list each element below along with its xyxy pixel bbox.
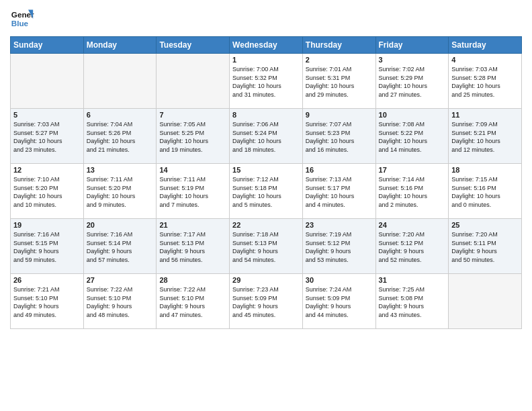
weekday-friday: Friday	[375, 37, 449, 54]
day-number: 5	[13, 111, 81, 119]
day-info: Sunrise: 7:11 AM Sunset: 5:20 PM Dayligh…	[87, 175, 154, 209]
calendar-cell: 22Sunrise: 7:18 AM Sunset: 5:13 PM Dayli…	[230, 219, 303, 274]
calendar-cell: 10Sunrise: 7:08 AM Sunset: 5:22 PM Dayli…	[375, 109, 449, 164]
day-info: Sunrise: 7:09 AM Sunset: 5:21 PM Dayligh…	[451, 120, 519, 154]
day-number: 26	[13, 276, 81, 284]
week-row-4: 26Sunrise: 7:21 AM Sunset: 5:10 PM Dayli…	[11, 274, 522, 329]
day-number: 29	[232, 276, 300, 284]
week-row-3: 19Sunrise: 7:16 AM Sunset: 5:15 PM Dayli…	[11, 219, 522, 274]
day-info: Sunrise: 7:16 AM Sunset: 5:15 PM Dayligh…	[13, 230, 81, 264]
weekday-header-row: SundayMondayTuesdayWednesdayThursdayFrid…	[11, 37, 522, 54]
header: General Blue	[10, 7, 522, 31]
day-number: 2	[306, 56, 373, 64]
weekday-thursday: Thursday	[302, 37, 375, 54]
calendar-cell: 16Sunrise: 7:13 AM Sunset: 5:17 PM Dayli…	[302, 164, 375, 219]
calendar-cell: 19Sunrise: 7:16 AM Sunset: 5:15 PM Dayli…	[11, 219, 84, 274]
weekday-tuesday: Tuesday	[157, 37, 230, 54]
day-info: Sunrise: 7:25 AM Sunset: 5:08 PM Dayligh…	[379, 285, 446, 319]
calendar-cell: 23Sunrise: 7:19 AM Sunset: 5:12 PM Dayli…	[302, 219, 375, 274]
day-number: 31	[379, 276, 446, 284]
day-info: Sunrise: 7:22 AM Sunset: 5:10 PM Dayligh…	[87, 285, 154, 319]
day-info: Sunrise: 7:04 AM Sunset: 5:26 PM Dayligh…	[87, 120, 154, 154]
day-number: 8	[232, 111, 300, 119]
day-info: Sunrise: 7:24 AM Sunset: 5:09 PM Dayligh…	[306, 285, 373, 319]
day-info: Sunrise: 7:03 AM Sunset: 5:28 PM Dayligh…	[451, 65, 519, 99]
day-info: Sunrise: 7:22 AM Sunset: 5:10 PM Dayligh…	[159, 285, 226, 319]
calendar-cell: 18Sunrise: 7:15 AM Sunset: 5:16 PM Dayli…	[449, 164, 522, 219]
day-number: 11	[451, 111, 519, 119]
day-info: Sunrise: 7:16 AM Sunset: 5:14 PM Dayligh…	[87, 230, 154, 264]
day-info: Sunrise: 7:20 AM Sunset: 5:12 PM Dayligh…	[379, 230, 446, 264]
day-number: 3	[379, 56, 446, 64]
day-number: 24	[379, 221, 446, 229]
logo-icon: General Blue	[10, 7, 34, 31]
day-number: 19	[13, 221, 81, 229]
week-row-0: 1Sunrise: 7:00 AM Sunset: 5:32 PM Daylig…	[11, 54, 522, 109]
day-info: Sunrise: 7:23 AM Sunset: 5:09 PM Dayligh…	[232, 285, 300, 319]
calendar-cell	[157, 54, 230, 109]
calendar-cell: 29Sunrise: 7:23 AM Sunset: 5:09 PM Dayli…	[230, 274, 303, 329]
calendar-cell: 25Sunrise: 7:20 AM Sunset: 5:11 PM Dayli…	[449, 219, 522, 274]
calendar-cell: 3Sunrise: 7:02 AM Sunset: 5:29 PM Daylig…	[375, 54, 449, 109]
weekday-wednesday: Wednesday	[230, 37, 303, 54]
day-info: Sunrise: 7:14 AM Sunset: 5:16 PM Dayligh…	[379, 175, 446, 209]
day-info: Sunrise: 7:10 AM Sunset: 5:20 PM Dayligh…	[13, 175, 81, 209]
calendar-cell: 30Sunrise: 7:24 AM Sunset: 5:09 PM Dayli…	[302, 274, 375, 329]
day-number: 10	[379, 111, 446, 119]
day-number: 6	[87, 111, 154, 119]
day-info: Sunrise: 7:18 AM Sunset: 5:13 PM Dayligh…	[232, 230, 300, 264]
calendar-cell: 2Sunrise: 7:01 AM Sunset: 5:31 PM Daylig…	[302, 54, 375, 109]
day-number: 14	[159, 166, 226, 174]
weekday-sunday: Sunday	[11, 37, 84, 54]
calendar-cell: 20Sunrise: 7:16 AM Sunset: 5:14 PM Dayli…	[83, 219, 157, 274]
week-row-1: 5Sunrise: 7:03 AM Sunset: 5:27 PM Daylig…	[11, 109, 522, 164]
day-info: Sunrise: 7:21 AM Sunset: 5:10 PM Dayligh…	[13, 285, 81, 319]
calendar-cell	[83, 54, 157, 109]
calendar-cell: 11Sunrise: 7:09 AM Sunset: 5:21 PM Dayli…	[449, 109, 522, 164]
calendar-cell: 12Sunrise: 7:10 AM Sunset: 5:20 PM Dayli…	[11, 164, 84, 219]
day-info: Sunrise: 7:05 AM Sunset: 5:25 PM Dayligh…	[159, 120, 226, 154]
day-number: 9	[306, 111, 373, 119]
calendar-cell: 9Sunrise: 7:07 AM Sunset: 5:23 PM Daylig…	[302, 109, 375, 164]
day-info: Sunrise: 7:02 AM Sunset: 5:29 PM Dayligh…	[379, 65, 446, 99]
calendar-cell: 27Sunrise: 7:22 AM Sunset: 5:10 PM Dayli…	[83, 274, 157, 329]
day-number: 30	[306, 276, 373, 284]
calendar-cell	[449, 274, 522, 329]
day-number: 17	[379, 166, 446, 174]
svg-text:Blue: Blue	[11, 19, 29, 28]
calendar-cell: 5Sunrise: 7:03 AM Sunset: 5:27 PM Daylig…	[11, 109, 84, 164]
logo: General Blue	[10, 7, 37, 31]
calendar-cell: 28Sunrise: 7:22 AM Sunset: 5:10 PM Dayli…	[157, 274, 230, 329]
calendar-cell: 13Sunrise: 7:11 AM Sunset: 5:20 PM Dayli…	[83, 164, 157, 219]
day-info: Sunrise: 7:19 AM Sunset: 5:12 PM Dayligh…	[306, 230, 373, 264]
day-number: 18	[451, 166, 519, 174]
calendar-cell: 1Sunrise: 7:00 AM Sunset: 5:32 PM Daylig…	[230, 54, 303, 109]
day-info: Sunrise: 7:08 AM Sunset: 5:22 PM Dayligh…	[379, 120, 446, 154]
day-info: Sunrise: 7:03 AM Sunset: 5:27 PM Dayligh…	[13, 120, 81, 154]
day-number: 15	[232, 166, 300, 174]
day-number: 12	[13, 166, 81, 174]
calendar-cell: 6Sunrise: 7:04 AM Sunset: 5:26 PM Daylig…	[83, 109, 157, 164]
calendar-cell: 24Sunrise: 7:20 AM Sunset: 5:12 PM Dayli…	[375, 219, 449, 274]
day-info: Sunrise: 7:17 AM Sunset: 5:13 PM Dayligh…	[159, 230, 226, 264]
calendar-cell: 21Sunrise: 7:17 AM Sunset: 5:13 PM Dayli…	[157, 219, 230, 274]
day-info: Sunrise: 7:13 AM Sunset: 5:17 PM Dayligh…	[306, 175, 373, 209]
weekday-monday: Monday	[83, 37, 157, 54]
day-number: 7	[159, 111, 226, 119]
day-number: 27	[87, 276, 154, 284]
day-info: Sunrise: 7:15 AM Sunset: 5:16 PM Dayligh…	[451, 175, 519, 209]
day-number: 28	[159, 276, 226, 284]
weekday-saturday: Saturday	[449, 37, 522, 54]
day-number: 16	[306, 166, 373, 174]
week-row-2: 12Sunrise: 7:10 AM Sunset: 5:20 PM Dayli…	[11, 164, 522, 219]
day-info: Sunrise: 7:12 AM Sunset: 5:18 PM Dayligh…	[232, 175, 300, 209]
day-number: 13	[87, 166, 154, 174]
day-info: Sunrise: 7:00 AM Sunset: 5:32 PM Dayligh…	[232, 65, 300, 99]
page: General Blue SundayMondayTuesdayWednesda…	[0, 0, 532, 411]
day-number: 4	[451, 56, 519, 64]
day-number: 1	[232, 56, 300, 64]
day-info: Sunrise: 7:06 AM Sunset: 5:24 PM Dayligh…	[232, 120, 300, 154]
day-info: Sunrise: 7:11 AM Sunset: 5:19 PM Dayligh…	[159, 175, 226, 209]
calendar-cell: 8Sunrise: 7:06 AM Sunset: 5:24 PM Daylig…	[230, 109, 303, 164]
calendar-cell: 17Sunrise: 7:14 AM Sunset: 5:16 PM Dayli…	[375, 164, 449, 219]
